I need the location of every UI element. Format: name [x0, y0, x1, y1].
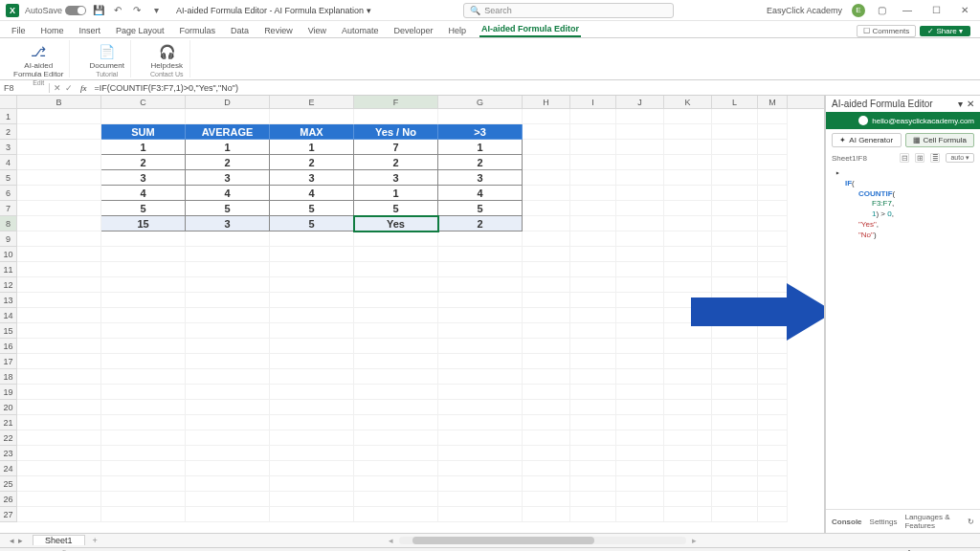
cell-M21[interactable]: [758, 415, 788, 430]
cell-H22[interactable]: [523, 430, 570, 446]
cell-C23[interactable]: [101, 446, 186, 461]
cell-F26[interactable]: [354, 492, 438, 507]
cell-G12[interactable]: [438, 277, 523, 293]
maximize-button[interactable]: ☐: [926, 5, 946, 15]
cell-L11[interactable]: [712, 262, 758, 277]
cell-G4[interactable]: 2: [438, 155, 523, 170]
cell-E3[interactable]: 1: [270, 140, 354, 155]
panel-menu[interactable]: ▾ ✕: [958, 99, 974, 109]
cell-E2[interactable]: MAX: [270, 124, 354, 140]
ribbon-tab-formulas[interactable]: Formulas: [178, 24, 218, 37]
cell-E7[interactable]: 5: [270, 201, 354, 216]
cell-M25[interactable]: [758, 476, 788, 492]
cell-I15[interactable]: [570, 323, 616, 339]
cell-G13[interactable]: [438, 293, 523, 308]
cell-H4[interactable]: [523, 155, 570, 170]
ribbon-button[interactable]: 🎧Helpdesk: [151, 42, 183, 71]
cell-D11[interactable]: [186, 262, 270, 277]
row-header-6[interactable]: 6: [0, 186, 17, 201]
cell-J11[interactable]: [616, 262, 664, 277]
row-header-19[interactable]: 19: [0, 385, 17, 400]
col-header-H[interactable]: H: [523, 96, 570, 108]
cell-H10[interactable]: [523, 247, 570, 262]
cell-K4[interactable]: [664, 155, 712, 170]
cell-L22[interactable]: [712, 430, 758, 446]
cell-D24[interactable]: [186, 461, 270, 476]
row-header-7[interactable]: 7: [0, 201, 17, 216]
cell-D13[interactable]: [186, 293, 270, 308]
cell-D19[interactable]: [186, 385, 270, 400]
col-header-L[interactable]: L: [712, 96, 758, 108]
cell-G10[interactable]: [438, 247, 523, 262]
cell-F16[interactable]: [354, 339, 438, 354]
cell-I8[interactable]: [570, 216, 616, 231]
cell-B15[interactable]: [17, 323, 101, 339]
cell-G19[interactable]: [438, 385, 523, 400]
cell-H25[interactable]: [523, 476, 570, 492]
cell-I19[interactable]: [570, 385, 616, 400]
cell-I10[interactable]: [570, 247, 616, 262]
cell-D23[interactable]: [186, 446, 270, 461]
cell-B3[interactable]: [17, 140, 101, 155]
cell-C24[interactable]: [101, 461, 186, 476]
cell-I3[interactable]: [570, 140, 616, 155]
cell-M9[interactable]: [758, 231, 788, 247]
cell-D1[interactable]: [186, 109, 270, 124]
cell-G25[interactable]: [438, 476, 523, 492]
cell-B13[interactable]: [17, 293, 101, 308]
cell-L21[interactable]: [712, 415, 758, 430]
cell-L26[interactable]: [712, 492, 758, 507]
cell-I17[interactable]: [570, 354, 616, 369]
cell-F18[interactable]: [354, 369, 438, 385]
cell-F21[interactable]: [354, 415, 438, 430]
cell-G1[interactable]: [438, 109, 523, 124]
cell-M22[interactable]: [758, 430, 788, 446]
cell-H8[interactable]: [523, 216, 570, 231]
cell-C8[interactable]: 15: [101, 216, 186, 231]
cell-B17[interactable]: [17, 354, 101, 369]
cell-D6[interactable]: 4: [186, 186, 270, 201]
undo-icon[interactable]: ↶: [111, 4, 124, 17]
cell-K27[interactable]: [664, 507, 712, 522]
cell-G2[interactable]: >3: [438, 124, 523, 140]
cell-D26[interactable]: [186, 492, 270, 507]
row-header-2[interactable]: 2: [0, 124, 17, 140]
row-header-26[interactable]: 26: [0, 492, 17, 507]
cell-J4[interactable]: [616, 155, 664, 170]
list-icon[interactable]: ≣: [930, 153, 940, 163]
cell-J26[interactable]: [616, 492, 664, 507]
cell-G23[interactable]: [438, 446, 523, 461]
cell-B23[interactable]: [17, 446, 101, 461]
cell-D17[interactable]: [186, 354, 270, 369]
cell-E6[interactable]: 4: [270, 186, 354, 201]
ribbon-display-icon[interactable]: ▢: [875, 4, 888, 17]
cell-C3[interactable]: 1: [101, 140, 186, 155]
hscroll-left-icon[interactable]: ◂: [389, 536, 393, 545]
cell-F11[interactable]: [354, 262, 438, 277]
cell-E18[interactable]: [270, 369, 354, 385]
cell-I7[interactable]: [570, 201, 616, 216]
cell-G24[interactable]: [438, 461, 523, 476]
cell-J12[interactable]: [616, 277, 664, 293]
cell-B25[interactable]: [17, 476, 101, 492]
cell-M27[interactable]: [758, 507, 788, 522]
cell-H1[interactable]: [523, 109, 570, 124]
cell-E24[interactable]: [270, 461, 354, 476]
cell-H5[interactable]: [523, 170, 570, 186]
cell-E20[interactable]: [270, 400, 354, 415]
cell-D16[interactable]: [186, 339, 270, 354]
cell-D15[interactable]: [186, 323, 270, 339]
autosave-switch-icon[interactable]: [65, 6, 86, 15]
cell-E12[interactable]: [270, 277, 354, 293]
cell-M23[interactable]: [758, 446, 788, 461]
ribbon-tab-automate[interactable]: Automate: [340, 24, 381, 37]
cell-E27[interactable]: [270, 507, 354, 522]
sheet-prev-icon[interactable]: ◂: [10, 536, 14, 545]
cell-L2[interactable]: [712, 124, 758, 140]
cell-D12[interactable]: [186, 277, 270, 293]
cell-L23[interactable]: [712, 446, 758, 461]
col-header-K[interactable]: K: [664, 96, 712, 108]
cell-H9[interactable]: [523, 231, 570, 247]
cell-D10[interactable]: [186, 247, 270, 262]
cell-E15[interactable]: [270, 323, 354, 339]
